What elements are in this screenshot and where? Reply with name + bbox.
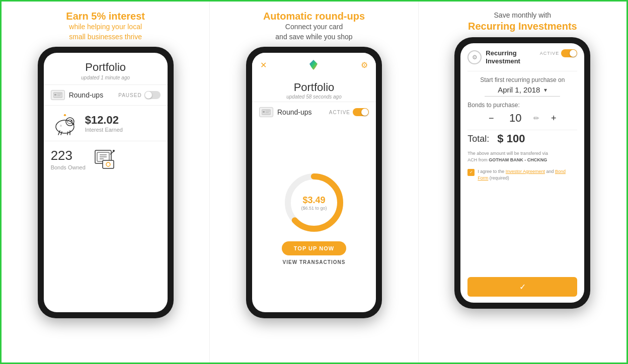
toggle-off[interactable] [144,91,161,99]
view-transactions-link[interactable]: VIEW TRANSACTIONS [283,259,346,265]
p1-title: Portfolio [52,61,160,74]
svg-line-8 [61,132,62,135]
phone-2-inner: ✕ ⚙ Por [252,53,376,312]
phone-1-inner: Portfolio updated 1 minute ago [44,53,168,312]
col2-sub2: and save while you shop [263,32,365,42]
col3-heading: Save monthly with Recurring Investments [468,11,577,32]
svg-rect-1 [54,94,56,96]
confirm-button[interactable]: ✓ [467,277,577,297]
svg-point-22 [113,150,115,152]
paused-text: PAUSED [118,93,141,98]
p2-topbar: ✕ ⚙ [252,53,376,77]
p3-date-picker[interactable]: April 1, 2018 ▾ [485,85,560,97]
topup-button[interactable]: TOP UP NOW [282,241,346,255]
increase-button[interactable]: + [547,113,560,124]
svg-line-9 [67,132,68,135]
p2-active-badge: ACTIVE [329,108,369,116]
donut-center: $3.49 ($6.51 to go) [301,195,327,210]
p1-roundups-row: Round-ups PAUSED [44,84,168,105]
roundups-label: Round-ups [69,91,104,99]
svg-point-13 [60,125,62,127]
logo-icon [306,58,321,72]
p3-bonds-stepper: − 10 ✏ + [467,112,577,125]
bonds-icon [93,146,118,171]
agree-checkbox[interactable]: ✓ [467,169,475,176]
donut-sub: ($6.51 to go) [301,205,327,210]
p1-updated: updated 1 minute ago [52,75,160,80]
p1-bonds-row: 223 Bonds Owned [44,141,168,176]
agree-text: I agree to the Investor Agreement and Bo… [478,168,577,182]
phone-2: ✕ ⚙ Por [246,47,382,318]
col3-main: Save monthly with [468,11,577,21]
ach-bank: GOTHAM BANK - CHCKNG [489,157,547,162]
p3-bonds-label: Bonds to purchase: [467,102,577,109]
column-1: Earn 5% interest while helping your loca… [2,2,210,362]
gear-icon[interactable]: ⚙ [361,60,368,70]
p3-toggle-on[interactable] [561,49,577,57]
col1-main-title: Earn 5% interest [66,11,145,22]
interest-label: Interest Earned [85,127,123,133]
col1-heading: Earn 5% interest while helping your loca… [66,11,145,42]
main-container: Earn 5% interest while helping your loca… [2,2,626,362]
roundups-left: Round-ups [51,90,104,100]
col2-main-title: Automatic round-ups [263,11,365,22]
col2-heading: Automatic round-ups Connect your card an… [263,11,365,42]
p3-total-row: Total: $ 100 [467,130,577,145]
ach-text2: ACH from [467,157,488,162]
p3-start-section: Start first recurring purchase on April … [467,76,577,97]
paused-badge: PAUSED [118,91,160,99]
edit-icon[interactable]: ✏ [533,114,539,122]
p3-start-label: Start first recurring purchase on [467,76,577,83]
p3-header-row: ⚙ RecurringInvestment ACTIVE [467,49,577,72]
p2-active-text: ACTIVE [329,110,350,115]
p2-updated: updated 58 seconds ago [260,94,368,100]
bonds-count-value: 10 [505,112,525,125]
total-label: Total: [467,134,489,144]
svg-point-11 [70,120,72,122]
col2-sub1: Connect your card [263,22,365,32]
column-2: Automatic round-ups Connect your card an… [210,2,418,362]
agree-req: (required) [488,175,509,180]
interest-amount: $12.02 [85,114,123,127]
close-icon[interactable]: ✕ [260,60,267,70]
donut-amount: $3.49 [301,195,327,205]
bonds-num: 223 [51,148,86,163]
p3-date-text: April 1, 2018 [498,85,540,94]
donut-chart: $3.49 ($6.51 to go) [281,170,347,235]
column-3: Save monthly with Recurring Investments … [419,2,626,362]
p3-inner: ⚙ RecurringInvestment ACTIVE Start first… [460,43,584,303]
roundups-icon [51,90,65,100]
p3-agree-row: ✓ I agree to the Investor Agreement and … [467,168,577,182]
p2-portfolio-section: Portfolio updated 58 seconds ago [252,77,376,102]
col1-sub1: while helping your local [66,22,145,32]
phone-3: ⚙ RecurringInvestment ACTIVE Start first… [454,37,590,309]
col1-sub2: small businesses thrive [66,32,145,42]
p3-active-text: ACTIVE [540,51,560,56]
ach-text1: The above amount will be transfered via [467,151,548,156]
p1-interest-row: $12.02 Interest Earned [44,105,168,141]
investor-agreement-link[interactable]: Investor Agreement [506,169,545,174]
p3-ach-text: The above amount will be transfered via … [467,150,577,163]
p2-roundups-label: Round-ups [277,108,312,116]
p2-roundups-left: Round-ups [259,107,312,117]
chevron-down-icon: ▾ [544,86,547,94]
phone-3-inner: ⚙ RecurringInvestment ACTIVE Start first… [460,43,584,303]
agree-mid: and [545,169,555,174]
toggle-on[interactable] [353,108,369,116]
decrease-button[interactable]: − [485,113,497,124]
p3-bonds-section: Bonds to purchase: − 10 ✏ + [467,102,577,125]
bonds-block: 223 Bonds Owned [51,148,86,170]
p3-ri-label: RecurringInvestment [486,49,520,66]
p2-portfolio-title: Portfolio [260,81,368,94]
piggy-icon [51,111,79,136]
phone-1: Portfolio updated 1 minute ago [38,47,174,318]
p3-active-row: ACTIVE [540,49,578,57]
bonds-label: Bonds Owned [51,164,86,170]
p2-roundups-row: Round-ups ACTIVE [252,102,376,122]
p2-roundups-icon [259,107,273,117]
svg-rect-25 [263,111,265,113]
col3-sub: Recurring Investments [468,21,577,32]
svg-line-21 [110,151,114,154]
interest-info: $12.02 Interest Earned [85,114,123,133]
svg-point-12 [64,114,66,116]
